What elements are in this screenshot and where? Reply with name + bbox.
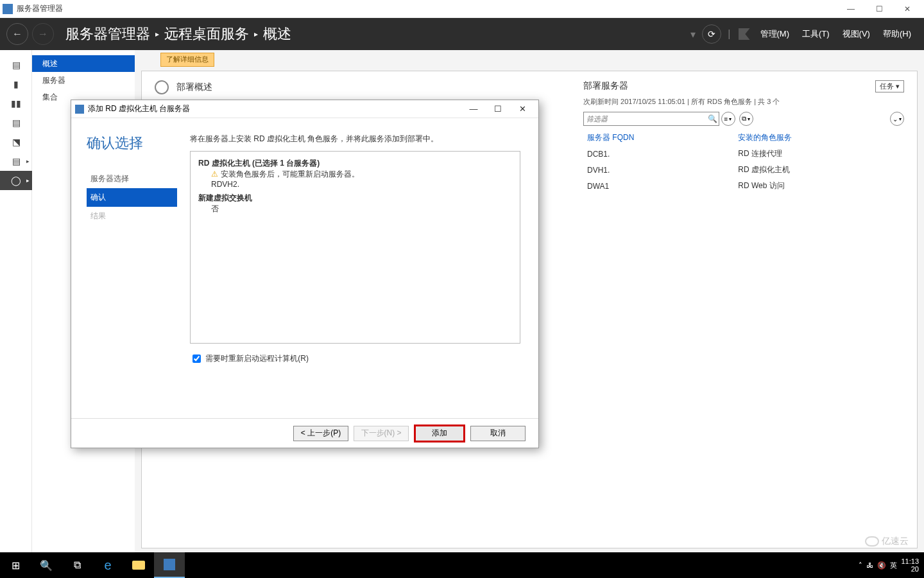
add-rd-host-dialog: 添加 RD 虚拟化主机 台服务器 — ☐ ✕ 确认选择 服务器选择 确认 结果 … [71, 100, 539, 448]
nav-servers[interactable]: 服务器 [32, 72, 135, 89]
menu-help[interactable]: 帮助(H) [883, 28, 911, 40]
expand-button[interactable]: ⌄ [890, 112, 904, 126]
left-icon-bar: ▤ ▮ ▮▮ ▤ ⬔ ▤▸ ◯▸ [0, 50, 32, 552]
bc-page[interactable]: 概述 [263, 24, 291, 44]
step-results: 结果 [87, 207, 177, 225]
deployment-overview-title: 部署概述 [155, 80, 564, 94]
iconbar-dashboard[interactable]: ▤ [0, 55, 32, 74]
summary-vswitch-value: 否 [211, 204, 512, 215]
maximize-button[interactable]: ☐ [865, 0, 893, 18]
start-button[interactable]: ⊞ [0, 552, 31, 578]
cancel-button[interactable]: 取消 [470, 426, 526, 441]
prev-button[interactable]: < 上一步(P) [293, 426, 348, 441]
iconbar-item[interactable]: ⬔ [0, 132, 32, 152]
table-row: DVH1.RD 虚拟化主机 [583, 162, 904, 178]
iconbar-rds[interactable]: ◯▸ [0, 171, 32, 190]
confirmation-summary: RD 虚拟化主机 (已选择 1 台服务器) ⚠安装角色服务后，可能重新启动服务器… [190, 151, 520, 344]
taskbar: ⊞ 🔍 ⧉ e ˄ 🖧 🔇 英 11:13 20 [0, 552, 924, 578]
bc-section[interactable]: 远程桌面服务 [164, 24, 249, 44]
section-icon [155, 80, 169, 94]
ie-taskbar-icon[interactable]: e [92, 552, 123, 578]
servers-table: 服务器 FQDN 安装的角色服务 DCB1.RD 连接代理 DVH1.RD 虚拟… [583, 130, 904, 194]
iconbar-item[interactable]: ▤▸ [0, 152, 32, 171]
step-server-selection[interactable]: 服务器选择 [87, 170, 177, 188]
restart-checkbox-row: 需要时重新启动远程计算机(R) [190, 353, 520, 365]
dialog-titlebar[interactable]: 添加 RD 虚拟化主机 台服务器 — ☐ ✕ [71, 100, 538, 118]
app-icon [3, 4, 13, 14]
summary-role-heading: RD 虚拟化主机 (已选择 1 台服务器) [198, 158, 512, 169]
watermark-logo-icon [865, 536, 879, 547]
search-button[interactable]: 🔍 [31, 552, 62, 578]
tray-date[interactable]: 20 [911, 565, 919, 573]
table-row: DCB1.RD 连接代理 [583, 146, 904, 162]
table-row: DWA1RD Web 访问 [583, 178, 904, 194]
task-view-button[interactable]: ⧉ [62, 552, 92, 578]
bc-root[interactable]: 服务器管理器 [65, 24, 150, 44]
minimize-button[interactable]: — [837, 0, 865, 18]
restart-checkbox-label[interactable]: 需要时重新启动远程计算机(R) [205, 354, 309, 363]
summary-vswitch-heading: 新建虚拟交换机 [198, 193, 512, 204]
info-banner[interactable]: 了解详细信息 [160, 53, 214, 67]
next-button: 下一步(N) > [354, 426, 409, 441]
refresh-button[interactable]: ⟳ [702, 24, 721, 44]
chevron-right-icon: ▸ [155, 30, 159, 39]
dialog-title: 添加 RD 虚拟化主机 台服务器 [88, 103, 190, 114]
filter-input[interactable] [583, 112, 719, 126]
breadcrumb: 服务器管理器 ▸ 远程桌面服务 ▸ 概述 [65, 24, 291, 44]
dialog-minimize[interactable]: — [461, 101, 486, 118]
menu-manage[interactable]: 管理(M) [760, 28, 790, 40]
chevron-right-icon: ▸ [254, 30, 258, 39]
dialog-maximize[interactable]: ☐ [486, 101, 510, 118]
tasks-dropdown[interactable]: 任务 [875, 80, 904, 92]
menu-tools[interactable]: 工具(T) [802, 28, 830, 40]
iconbar-local-server[interactable]: ▮ [0, 74, 32, 94]
col-role[interactable]: 安装的角色服务 [734, 130, 904, 146]
system-tray[interactable]: ˄ 🖧 🔇 英 11:13 20 [859, 557, 924, 573]
explorer-taskbar-icon[interactable] [123, 552, 154, 578]
status-text: 次刷新时间 2017/10/25 11:05:01 | 所有 RDS 角色服务 … [583, 97, 904, 107]
dialog-intro: 将在服务器上安装 RD 虚拟化主机 角色服务，并将此服务添加到部署中。 [190, 134, 520, 144]
iconbar-all-servers[interactable]: ▮▮ [0, 94, 32, 113]
dialog-footer: < 上一步(P) 下一步(N) > 添加 取消 [71, 418, 538, 448]
dialog-icon [75, 105, 84, 114]
iconbar-item[interactable]: ▤ [0, 113, 32, 132]
step-confirm[interactable]: 确认 [87, 188, 177, 207]
app-header: ← → 服务器管理器 ▸ 远程桌面服务 ▸ 概述 ▾ ⟳ | 管理(M) 工具(… [0, 18, 924, 50]
summary-server-name: RDVH2. [211, 180, 512, 189]
dialog-heading: 确认选择 [87, 134, 177, 153]
col-fqdn[interactable]: 服务器 FQDN [583, 130, 734, 146]
window-titlebar: 服务器管理器 — ☐ ✕ [0, 0, 924, 18]
nav-overview[interactable]: 概述 [32, 55, 135, 72]
add-button[interactable]: 添加 [414, 425, 465, 442]
forward-button[interactable]: → [32, 23, 54, 45]
tray-network-icon[interactable]: 🖧 [866, 561, 873, 569]
close-button[interactable]: ✕ [893, 0, 921, 18]
menu-view[interactable]: 视图(V) [843, 28, 870, 40]
view-list-button[interactable]: ≡ [721, 112, 735, 126]
tray-chevron-icon[interactable]: ˄ [859, 561, 862, 570]
tray-volume-icon[interactable]: 🔇 [877, 561, 886, 570]
view-grid-button[interactable]: ⧉ [739, 112, 753, 126]
window-title: 服务器管理器 [17, 3, 63, 14]
watermark: 亿速云 [865, 536, 909, 547]
back-button[interactable]: ← [6, 23, 28, 45]
deployment-servers-title: 部署服务器 任务 [583, 80, 904, 92]
restart-checkbox[interactable] [193, 355, 201, 363]
tray-ime[interactable]: 英 [890, 561, 897, 570]
notifications-icon[interactable] [739, 28, 750, 40]
tray-time[interactable]: 11:13 [901, 557, 919, 565]
server-manager-taskbar-icon[interactable] [154, 552, 185, 578]
warning-icon: ⚠ [211, 170, 218, 179]
search-icon[interactable]: 🔍 [708, 114, 717, 123]
dialog-close[interactable]: ✕ [510, 101, 535, 118]
summary-restart-warning: 安装角色服务后，可能重新启动服务器。 [221, 170, 359, 179]
dropdown-icon[interactable]: ▾ [690, 28, 696, 40]
